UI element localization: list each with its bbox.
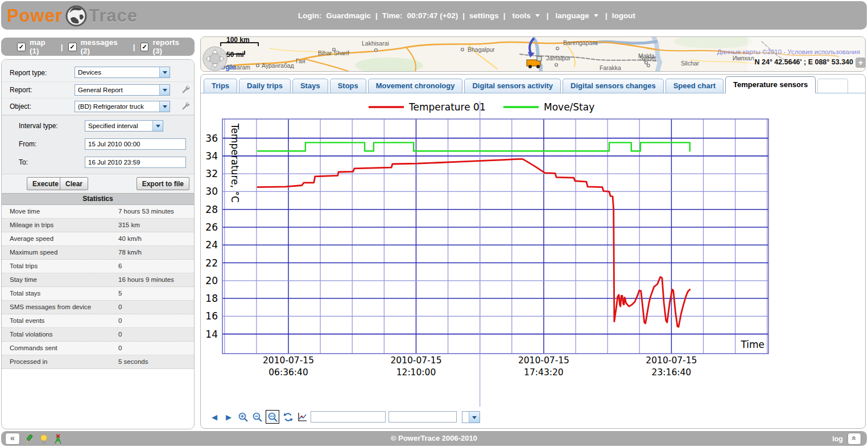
interval-type-select[interactable]: Specified interval [85, 120, 163, 132]
map-pan-control[interactable] [203, 47, 227, 71]
map-canvas[interactable]: SasaramАурангабадГаяBihar SharifLakhisar… [201, 37, 865, 71]
stat-value: 40 km/h [118, 235, 142, 242]
settings-link[interactable]: settings [469, 11, 499, 20]
tab-stays[interactable]: Stays [292, 79, 328, 93]
object-select[interactable]: (BD) Refrigerator truck [75, 101, 170, 112]
report-type-select[interactable]: Devices [75, 67, 170, 78]
zoom-select-button[interactable] [266, 410, 279, 424]
zoom-out-icon [252, 412, 263, 423]
expand-log-button[interactable]: « [848, 433, 861, 445]
from-label: From: [19, 140, 36, 148]
chevron-down-icon[interactable] [159, 85, 170, 95]
stat-label: Total stays [10, 290, 40, 297]
y-tick-label: 24 [205, 239, 218, 251]
interval-type-label: Interval type: [19, 122, 58, 130]
statistics-row: Stay time16 hours 9 minutes [2, 273, 194, 287]
svg-text:+: + [858, 58, 863, 67]
y-tick-label: 22 [205, 257, 218, 269]
execute-button[interactable]: Execute [27, 177, 64, 190]
map-coordinates: N 24° 42.5646' ; E 088° 53.340 [754, 58, 853, 66]
to-input[interactable] [85, 157, 186, 168]
y-tick-label: 18 [205, 293, 218, 304]
chart-option-select[interactable] [462, 411, 480, 423]
layer-checkbox[interactable]: ✓ [68, 43, 77, 51]
map-place-label: Импхал [733, 55, 754, 61]
zoom-in-icon [238, 412, 249, 423]
footer-right: log « [832, 433, 861, 445]
export-to-file-button[interactable]: Export to file [137, 177, 189, 190]
tools-menu[interactable]: tools [510, 11, 542, 20]
report-select[interactable]: General Report [75, 84, 170, 96]
chart-range-start-input[interactable] [311, 411, 386, 423]
map-place-label: Silchar [681, 60, 700, 67]
chart-prev-button[interactable]: ◀ [209, 411, 220, 423]
clear-button[interactable]: Clear [60, 177, 88, 190]
object-row: Object: (BD) Refrigerator truck [2, 99, 194, 115]
header: Power Trace Login: Guardmagic | Time: 00… [1, 1, 867, 30]
report-panel: Report type: Devices Report: General Rep… [1, 59, 195, 429]
logo: Power Trace [7, 4, 138, 28]
interval-type-row: Interval type: Specified interval [2, 117, 194, 135]
layer-label: map (1) [30, 38, 57, 55]
object-settings-button[interactable] [180, 101, 191, 112]
layer-label: messages (2) [81, 38, 129, 55]
zoom-in-button[interactable] [237, 411, 249, 423]
language-menu[interactable]: language [553, 11, 601, 20]
stat-label: Commands sent [10, 345, 57, 351]
refresh-button[interactable] [282, 411, 294, 423]
statistics-row: Mileage in trips315 km [2, 219, 194, 232]
globe-icon [65, 5, 88, 27]
to-label: To: [19, 158, 28, 166]
zoom-out-button[interactable] [251, 411, 263, 423]
from-row: From: [2, 135, 194, 153]
caret-down-icon [535, 14, 540, 17]
plot-border [222, 119, 768, 354]
from-input[interactable] [85, 138, 186, 150]
chevron-down-icon[interactable] [159, 101, 170, 112]
separator: | [503, 11, 506, 20]
statistics-row: Maximum speed78 km/h [2, 246, 194, 260]
report-row: Report: General Report [2, 82, 194, 99]
y-tick-label: 36 [205, 133, 218, 144]
stat-label: SMS messages from device [10, 304, 91, 310]
to-row: To: [2, 153, 194, 171]
stat-value: 78 km/h [118, 249, 142, 256]
tab-trips[interactable]: Trips [204, 79, 237, 93]
tab-digital-sensors-activity[interactable]: Digital sensors activity [464, 79, 561, 93]
chevron-down-icon[interactable] [469, 412, 480, 423]
layer-checkbox[interactable]: ✓ [140, 43, 149, 51]
logout-link[interactable]: logout [612, 11, 635, 20]
report-settings-button[interactable] [180, 85, 191, 95]
map-panel[interactable]: SasaramАурангабадГаяBihar SharifLakhisar… [200, 36, 866, 72]
report-type-label: Report type: [10, 69, 47, 77]
tab-stops[interactable]: Stops [330, 79, 366, 93]
svg-text:50 mi: 50 mi [226, 51, 244, 59]
tab-temperature-sensors[interactable]: Temperature sensors [725, 76, 816, 93]
statistics-row: Average speed40 km/h [2, 232, 194, 246]
log-link[interactable]: log [832, 435, 843, 443]
map-copyright[interactable]: Данные карты ©2010 - Условия использован… [717, 48, 860, 55]
chart-mode-button[interactable] [296, 411, 308, 423]
chart-icon [297, 412, 308, 423]
report-type-value: Devices [75, 67, 170, 76]
chart-next-button[interactable]: ▶ [223, 411, 234, 423]
temperature-chart[interactable]: 1416182022242628303234362010-07-1506:36:… [201, 99, 865, 411]
tab-speed-chart[interactable]: Speed chart [666, 79, 724, 93]
map-place-label: Аурангабад [262, 62, 294, 69]
chart-range-end-input[interactable] [388, 411, 457, 423]
layer-toggle-bar: ✓map (1)|✓messages (2)|✓reports (3) [1, 38, 195, 56]
statistics-row: Commands sent0 [2, 342, 194, 355]
tab-daily-trips[interactable]: Daily trips [239, 79, 291, 93]
tab-movement-chronology[interactable]: Movement chronology [368, 79, 463, 93]
y-tick-label: 16 [205, 310, 218, 322]
chevron-down-icon[interactable] [159, 67, 170, 77]
chevron-down-icon[interactable] [152, 121, 163, 131]
report-value: General Report [75, 85, 170, 93]
stat-value: 0 [118, 345, 122, 351]
tab-digital-sensors-changes[interactable]: Digital sensors changes [563, 79, 664, 93]
map-town-dot [555, 64, 558, 67]
layer-checkbox[interactable]: ✓ [17, 43, 26, 51]
map-place-label: Sylhet [639, 55, 656, 61]
map-zoom-in-button[interactable]: + [855, 58, 865, 68]
layer-label: reports (3) [152, 38, 191, 55]
